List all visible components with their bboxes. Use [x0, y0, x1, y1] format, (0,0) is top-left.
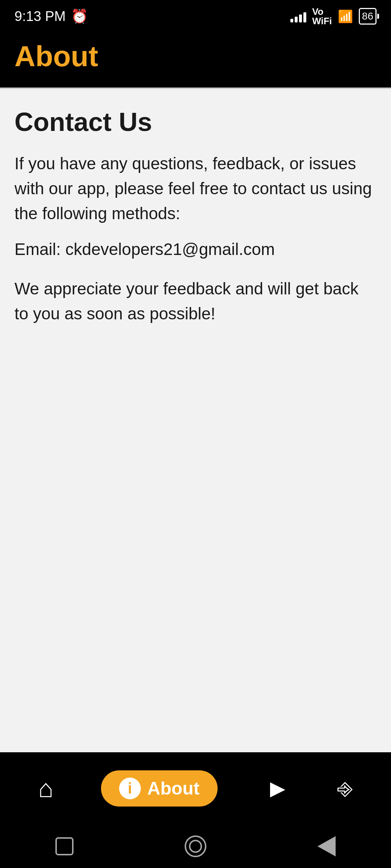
android-home-button[interactable] — [185, 835, 206, 857]
nav-exit-button[interactable]: ⎆ — [337, 774, 353, 803]
battery-level: 86 — [362, 10, 373, 22]
info-icon: i — [119, 778, 141, 799]
page-title: About — [14, 40, 98, 72]
bottom-nav: ⌂ i About ► ⎆ — [0, 752, 391, 825]
back-arrow-icon — [318, 836, 336, 856]
status-bar: 9:13 PM ⏰ VoWiFi 📶 86 — [0, 0, 391, 33]
vo-wifi-icon: VoWiFi — [312, 7, 332, 26]
contact-intro-text: If you have any questions, feedback, or … — [14, 151, 377, 226]
android-nav-bar — [0, 825, 391, 868]
status-time: 9:13 PM ⏰ — [14, 8, 88, 24]
android-recent-button[interactable] — [55, 837, 73, 855]
nav-about-label: About — [147, 778, 199, 799]
alarm-icon: ⏰ — [71, 8, 88, 24]
home-circle-icon — [185, 835, 206, 857]
send-icon: ► — [265, 774, 290, 803]
feedback-text: We appreciate your feedback and will get… — [14, 276, 377, 326]
nav-home-button[interactable]: ⌂ — [38, 774, 54, 803]
signal-icon — [290, 10, 306, 22]
status-icons: VoWiFi 📶 86 — [290, 7, 377, 26]
exit-icon: ⎆ — [337, 774, 353, 803]
nav-about-button[interactable]: i About — [101, 770, 218, 807]
email-text: Email: ckdevelopers21@gmail.com — [14, 237, 377, 262]
time-text: 9:13 PM — [14, 9, 66, 24]
wifi-icon: 📶 — [338, 9, 353, 24]
section-title: Contact Us — [14, 107, 377, 137]
home-icon: ⌂ — [38, 774, 54, 803]
app-header: About — [0, 33, 391, 88]
main-content: Contact Us If you have any questions, fe… — [0, 89, 391, 752]
android-back-button[interactable] — [318, 836, 336, 856]
battery-icon: 86 — [359, 8, 377, 25]
recent-apps-icon — [55, 837, 73, 855]
nav-send-button[interactable]: ► — [265, 774, 290, 803]
